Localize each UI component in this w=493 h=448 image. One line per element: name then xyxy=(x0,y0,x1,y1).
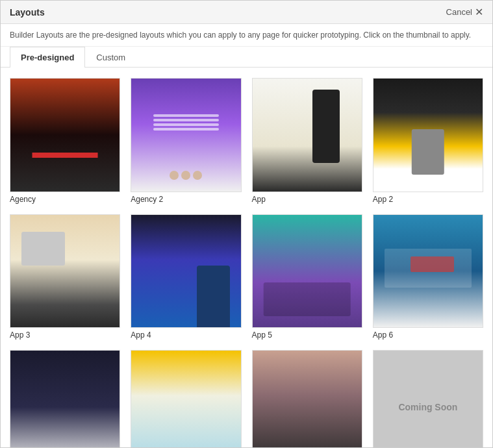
layouts-content[interactable]: AgencyAgency 2AppApp 2App 3App 4App 5App… xyxy=(1,68,492,447)
layout-label-app6: App 6 xyxy=(373,330,483,340)
layout-thumb-app5[interactable] xyxy=(252,214,362,329)
layout-thumb-row3a[interactable] xyxy=(10,350,120,447)
tab-bar: Pre-designed Custom xyxy=(1,47,492,68)
layout-label-app2: App 2 xyxy=(373,195,483,204)
description-text: Builder Layouts are the pre-designed lay… xyxy=(1,24,492,47)
layouts-window: Layouts Cancel ✕ Builder Layouts are the… xyxy=(0,0,493,448)
layout-label-app5: App 5 xyxy=(252,330,362,340)
layout-item-app2[interactable]: App 2 xyxy=(373,78,483,204)
layout-thumb-agency2[interactable] xyxy=(131,78,241,192)
layout-item-coming[interactable]: Coming Soon xyxy=(373,350,483,447)
layout-item-app6[interactable]: App 6 xyxy=(373,214,483,340)
cancel-button[interactable]: Cancel ✕ xyxy=(446,7,483,18)
layout-label-app3: App 3 xyxy=(10,330,120,340)
layout-item-app4[interactable]: App 4 xyxy=(131,214,241,340)
layout-label-agency2: Agency 2 xyxy=(131,195,241,204)
tab-pre-designed[interactable]: Pre-designed xyxy=(10,47,85,68)
window-title: Layouts xyxy=(10,7,45,18)
layout-thumb-row3c[interactable] xyxy=(252,350,362,447)
layout-thumb-coming[interactable]: Coming Soon xyxy=(373,350,483,447)
layout-item-app5[interactable]: App 5 xyxy=(252,214,362,340)
layout-thumb-app6[interactable] xyxy=(373,214,483,329)
layout-thumb-app3[interactable] xyxy=(10,214,120,329)
layout-item-app3[interactable]: App 3 xyxy=(10,214,120,340)
layout-item-row3a[interactable]: Android App Fit xyxy=(10,350,120,447)
layout-item-row3c[interactable]: Blog Page xyxy=(252,350,362,447)
layout-item-agency2[interactable]: Agency 2 xyxy=(131,78,241,204)
layout-thumb-agency[interactable] xyxy=(10,78,120,192)
layout-label-app: App xyxy=(252,195,362,204)
layout-item-agency[interactable]: Agency xyxy=(10,78,120,204)
title-bar: Layouts Cancel ✕ xyxy=(1,1,492,24)
layouts-grid: AgencyAgency 2AppApp 2App 3App 4App 5App… xyxy=(10,78,483,447)
close-icon[interactable]: ✕ xyxy=(475,7,483,18)
layout-label-agency: Agency xyxy=(10,195,120,204)
layout-thumb-app2[interactable] xyxy=(373,78,483,192)
layout-item-row3b[interactable]: Travel Map xyxy=(131,350,241,447)
layout-item-app[interactable]: App xyxy=(252,78,362,204)
layout-thumb-app[interactable] xyxy=(252,78,362,192)
layout-thumb-app4[interactable] xyxy=(131,214,241,329)
tab-custom[interactable]: Custom xyxy=(85,47,136,68)
layout-thumb-row3b[interactable] xyxy=(131,350,241,447)
cancel-label: Cancel xyxy=(446,7,472,17)
layout-label-app4: App 4 xyxy=(131,330,241,340)
coming-soon-label: Coming Soon xyxy=(398,402,457,412)
